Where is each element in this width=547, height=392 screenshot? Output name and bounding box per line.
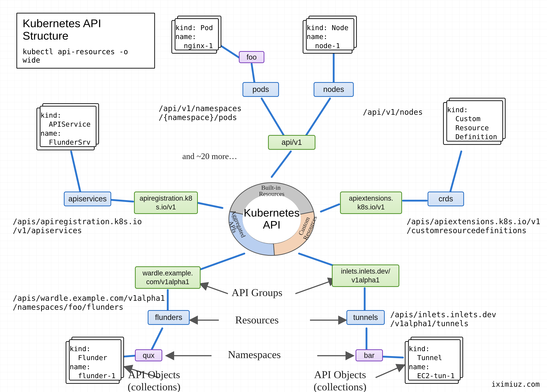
path-wardle: /apis/wardle.example.com/v1alpha1 /names… — [13, 294, 165, 312]
namespace-bar: bar — [356, 349, 383, 361]
object-pod: kind: Pod name: nginx-1 — [171, 20, 217, 54]
path-nodes: /api/v1/nodes — [363, 108, 423, 117]
group-inlets: inlets.inlets.dev/ v1alpha1 — [332, 264, 399, 287]
annot-namespaces: Namespaces — [228, 348, 281, 361]
object-tunnel: kind: Tunnel name: EC2-tun-1 — [405, 341, 459, 384]
annot-api-objects-r: API Objects (collections) — [314, 368, 367, 392]
resource-flunders: flunders — [148, 310, 190, 325]
annot-api-objects-l: API Objects (collections) — [128, 368, 180, 392]
namespace-foo: foo — [239, 51, 264, 63]
object-apiservice: kind: APIService name: FlunderSrv — [36, 108, 95, 150]
object-flunder: kind: Flunder name: flunder-1 — [66, 341, 120, 384]
annot-api-groups: API Groups — [232, 286, 282, 299]
resource-nodes: nodes — [314, 82, 354, 97]
more-groups: and ~20 more… — [182, 151, 237, 161]
group-core: api/v1 — [268, 135, 315, 150]
annot-resources: Resources — [235, 314, 279, 326]
path-pods: /api/v1/namespaces /{namespace}/pods — [159, 104, 242, 122]
resource-crds: crds — [428, 192, 464, 206]
path-inlets: /apis/inlets.inlets.dev /v1alpha1/tunnel… — [390, 310, 496, 328]
group-apiregistration: apiregistration.k8 s.io/v1 — [134, 192, 198, 214]
path-apiservices: /apis/apiregistration.k8s.io /v1/apiserv… — [13, 217, 142, 235]
group-apiextensions: apiextensions. k8s.io/v1 — [340, 192, 402, 214]
path-crds: /apis/apiextensions.k8s.io/v1 /customres… — [407, 217, 540, 235]
object-crd: kind: Custom Resource Definition — [443, 102, 501, 145]
group-wardle: wardle.example. com/v1alpha1 — [135, 266, 201, 289]
resource-apiservices: apiservices — [64, 192, 111, 206]
attribution: iximiuz.com — [491, 380, 540, 388]
object-node: kind: Node name: node-1 — [303, 20, 352, 54]
title-card: Kubernetes API Structure kubectl api-res… — [16, 13, 155, 69]
kubectl-command: kubectl api-resources -o wide — [23, 48, 149, 64]
resource-pods: pods — [242, 82, 279, 97]
resource-tunnels: tunnels — [346, 310, 385, 325]
namespace-qux: qux — [135, 349, 162, 361]
page-title: Kubernetes API Structure — [23, 17, 149, 42]
